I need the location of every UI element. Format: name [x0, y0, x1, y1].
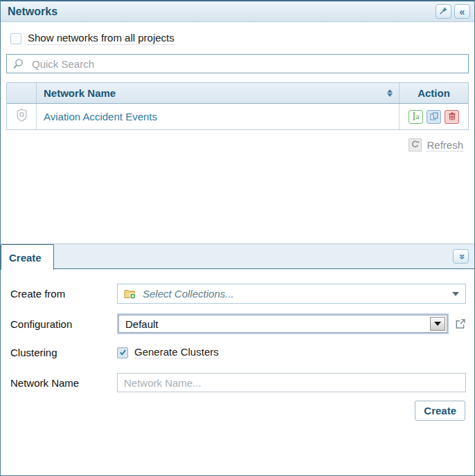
refresh-link[interactable]: Refresh [427, 139, 463, 152]
create-form: Create from Select Collections... Config… [1, 284, 474, 421]
network-name-cell[interactable]: Aviation Accident Events [36, 104, 399, 129]
configuration-select-arrow-button[interactable] [430, 317, 445, 331]
create-button-label: Create [424, 405, 456, 416]
network-name-input[interactable] [117, 373, 466, 392]
refresh-icon-button[interactable] [409, 138, 422, 152]
rename-icon: a [412, 111, 420, 123]
delete-network-button[interactable] [445, 110, 459, 124]
chevron-double-down-icon: « [456, 254, 465, 259]
header-buttons: « [436, 4, 470, 19]
collapse-create-section-button[interactable]: « [453, 249, 469, 264]
create-tab-bar: Create « [1, 244, 474, 269]
quick-search-box [6, 54, 469, 73]
refresh-icon [411, 139, 420, 152]
configuration-value: Default [125, 318, 430, 330]
table-header-row: Network Name Action [7, 83, 468, 104]
create-button-row: Create [1, 401, 474, 421]
networks-panel: Networks « Show networks from all projec… [0, 0, 475, 476]
tab-create[interactable]: Create [1, 244, 54, 270]
action-header-label: Action [418, 87, 450, 99]
network-name-header-label: Network Name [44, 87, 116, 99]
network-name-row: Network Name [1, 373, 474, 392]
network-type-cell [7, 104, 36, 129]
networks-table: Network Name Action Aviation Accident Ev… [6, 82, 469, 130]
chevron-double-left-icon: « [460, 7, 465, 17]
configuration-row: Configuration Default [1, 313, 474, 334]
chevron-down-icon [452, 292, 459, 296]
network-name-label: Network Name [1, 377, 117, 389]
sort-ascending-icon[interactable] [387, 89, 393, 97]
trash-icon [448, 111, 456, 123]
create-from-label: Create from [1, 288, 117, 300]
select-collections-value: Select Collections... [143, 288, 446, 300]
pin-icon [439, 6, 448, 17]
shield-icon [16, 109, 28, 125]
refresh-row: Refresh [1, 138, 474, 152]
generate-clusters-checkbox[interactable] [117, 347, 128, 358]
panel-header: Networks « [1, 1, 474, 22]
copy-icon [430, 111, 438, 123]
network-name-link[interactable]: Aviation Accident Events [44, 111, 157, 122]
rename-network-button[interactable]: a [409, 110, 423, 124]
create-from-row: Create from Select Collections... [1, 284, 474, 304]
generate-clusters-label: Generate Clusters [134, 346, 219, 359]
table-row[interactable]: Aviation Accident Events a [7, 104, 468, 129]
svg-text:a: a [415, 113, 419, 120]
clustering-label: Clustering [1, 347, 117, 358]
pin-panel-button[interactable] [436, 4, 451, 19]
show-all-projects-label: Show networks from all projects [28, 32, 174, 45]
quick-search-input[interactable] [30, 57, 463, 71]
search-icon [12, 58, 24, 70]
icon-column-header [7, 83, 36, 103]
dropdown-arrow-icon [434, 322, 441, 326]
configuration-select[interactable]: Default [117, 313, 449, 334]
folder-add-icon [124, 289, 136, 300]
create-button[interactable]: Create [415, 401, 465, 421]
tab-create-label: Create [9, 252, 42, 264]
external-link-icon [455, 318, 466, 329]
clustering-row: Clustering Generate Clusters [1, 346, 474, 359]
page-title: Networks [8, 6, 57, 18]
action-column-header: Action [399, 83, 468, 103]
copy-network-button[interactable] [427, 110, 441, 124]
network-name-column-header[interactable]: Network Name [36, 83, 399, 103]
networks-section: Networks « Show networks from all projec… [1, 1, 474, 244]
select-collections-dropdown[interactable]: Select Collections... [117, 284, 466, 304]
checkmark-icon [119, 349, 127, 356]
open-configuration-button[interactable] [455, 318, 466, 329]
show-all-projects-row: Show networks from all projects [10, 32, 474, 45]
collapse-panel-button[interactable]: « [454, 4, 470, 19]
configuration-label: Configuration [1, 318, 117, 330]
show-all-projects-checkbox[interactable] [10, 33, 21, 44]
row-actions-cell: a [399, 104, 468, 129]
